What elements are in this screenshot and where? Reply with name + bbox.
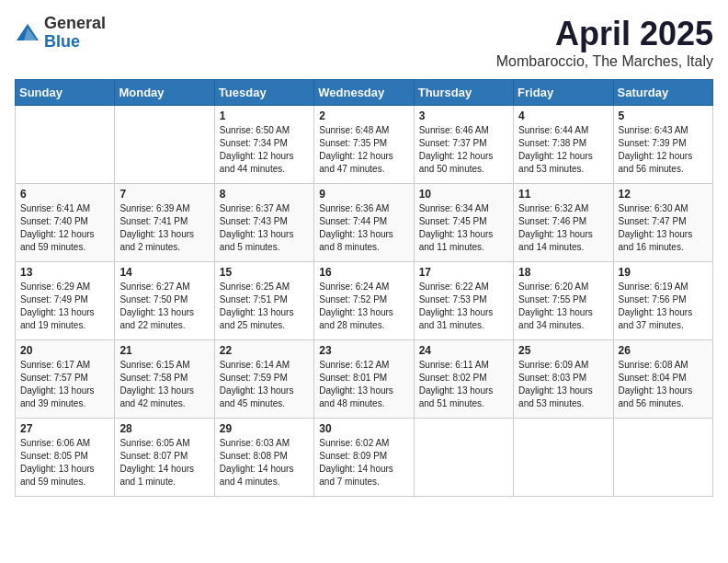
calendar-header-row: SundayMondayTuesdayWednesdayThursdayFrid…: [16, 80, 713, 106]
cell-content: Sunrise: 6:17 AM Sunset: 7:57 PM Dayligh…: [20, 359, 109, 410]
calendar-week-row: 1Sunrise: 6:50 AM Sunset: 7:34 PM Daylig…: [16, 106, 713, 184]
cell-content: Sunrise: 6:50 AM Sunset: 7:34 PM Dayligh…: [220, 124, 309, 176]
calendar-day-header: Monday: [115, 80, 214, 106]
day-number: 11: [518, 188, 608, 201]
calendar-cell: 15Sunrise: 6:25 AM Sunset: 7:51 PM Dayli…: [214, 262, 313, 340]
day-number: 9: [319, 188, 408, 201]
cell-content: Sunrise: 6:34 AM Sunset: 7:45 PM Dayligh…: [419, 202, 508, 254]
calendar-cell: 26Sunrise: 6:08 AM Sunset: 8:04 PM Dayli…: [613, 340, 712, 419]
calendar-cell: 18Sunrise: 6:20 AM Sunset: 7:55 PM Dayli…: [514, 262, 613, 340]
day-number: 14: [119, 266, 209, 279]
logo-general: General: [44, 15, 106, 33]
calendar-cell: 22Sunrise: 6:14 AM Sunset: 7:59 PM Dayli…: [214, 340, 313, 419]
day-number: 7: [119, 188, 209, 201]
calendar-cell: 13Sunrise: 6:29 AM Sunset: 7:49 PM Dayli…: [16, 262, 115, 340]
calendar-day-header: Thursday: [414, 80, 513, 106]
day-number: 12: [619, 188, 708, 201]
calendar-cell: 6Sunrise: 6:41 AM Sunset: 7:40 PM Daylig…: [16, 184, 115, 262]
calendar-cell: 10Sunrise: 6:34 AM Sunset: 7:45 PM Dayli…: [414, 184, 513, 262]
calendar-cell: [613, 419, 712, 497]
calendar-cell: 25Sunrise: 6:09 AM Sunset: 8:03 PM Dayli…: [514, 340, 613, 419]
calendar-day-header: Tuesday: [214, 80, 313, 106]
calendar-cell: 27Sunrise: 6:06 AM Sunset: 8:05 PM Dayli…: [16, 419, 115, 497]
calendar-day-header: Saturday: [613, 80, 712, 106]
cell-content: Sunrise: 6:08 AM Sunset: 8:04 PM Dayligh…: [619, 359, 708, 410]
cell-content: Sunrise: 6:22 AM Sunset: 7:53 PM Dayligh…: [419, 281, 508, 332]
day-number: 25: [518, 344, 608, 357]
calendar-cell: 3Sunrise: 6:46 AM Sunset: 7:37 PM Daylig…: [414, 106, 513, 184]
cell-content: Sunrise: 6:06 AM Sunset: 8:05 PM Dayligh…: [20, 437, 109, 488]
calendar-week-row: 20Sunrise: 6:17 AM Sunset: 7:57 PM Dayli…: [16, 340, 713, 419]
calendar-cell: 16Sunrise: 6:24 AM Sunset: 7:52 PM Dayli…: [314, 262, 414, 340]
day-number: 20: [20, 344, 109, 357]
cell-content: Sunrise: 6:48 AM Sunset: 7:35 PM Dayligh…: [319, 124, 408, 176]
logo-blue: Blue: [44, 33, 106, 52]
calendar-cell: 23Sunrise: 6:12 AM Sunset: 8:01 PM Dayli…: [314, 340, 414, 419]
location-title: Mombaroccio, The Marches, Italy: [496, 53, 713, 70]
calendar-table: SundayMondayTuesdayWednesdayThursdayFrid…: [15, 79, 713, 497]
cell-content: Sunrise: 6:15 AM Sunset: 7:58 PM Dayligh…: [119, 359, 209, 410]
day-number: 16: [319, 266, 408, 279]
calendar-cell: 12Sunrise: 6:30 AM Sunset: 7:47 PM Dayli…: [613, 184, 712, 262]
day-number: 2: [319, 109, 408, 122]
cell-content: Sunrise: 6:24 AM Sunset: 7:52 PM Dayligh…: [319, 281, 408, 332]
calendar-cell: 9Sunrise: 6:36 AM Sunset: 7:44 PM Daylig…: [314, 184, 414, 262]
day-number: 30: [319, 422, 408, 435]
cell-content: Sunrise: 6:02 AM Sunset: 8:09 PM Dayligh…: [319, 437, 408, 488]
day-number: 8: [220, 188, 309, 201]
cell-content: Sunrise: 6:25 AM Sunset: 7:51 PM Dayligh…: [220, 281, 309, 332]
day-number: 23: [319, 344, 408, 357]
cell-content: Sunrise: 6:05 AM Sunset: 8:07 PM Dayligh…: [119, 437, 209, 488]
cell-content: Sunrise: 6:39 AM Sunset: 7:41 PM Dayligh…: [119, 202, 209, 254]
calendar-cell: [16, 106, 115, 184]
cell-content: Sunrise: 6:27 AM Sunset: 7:50 PM Dayligh…: [119, 281, 209, 332]
calendar-week-row: 27Sunrise: 6:06 AM Sunset: 8:05 PM Dayli…: [16, 419, 713, 497]
calendar-cell: [514, 419, 613, 497]
calendar-cell: [115, 106, 214, 184]
calendar-week-row: 13Sunrise: 6:29 AM Sunset: 7:49 PM Dayli…: [16, 262, 713, 340]
cell-content: Sunrise: 6:12 AM Sunset: 8:01 PM Dayligh…: [319, 359, 408, 410]
cell-content: Sunrise: 6:19 AM Sunset: 7:56 PM Dayligh…: [619, 281, 708, 332]
calendar-day-header: Sunday: [16, 80, 115, 106]
calendar-cell: 8Sunrise: 6:37 AM Sunset: 7:43 PM Daylig…: [214, 184, 313, 262]
calendar-cell: 14Sunrise: 6:27 AM Sunset: 7:50 PM Dayli…: [115, 262, 214, 340]
cell-content: Sunrise: 6:14 AM Sunset: 7:59 PM Dayligh…: [220, 359, 309, 410]
cell-content: Sunrise: 6:41 AM Sunset: 7:40 PM Dayligh…: [20, 202, 109, 254]
calendar-cell: 19Sunrise: 6:19 AM Sunset: 7:56 PM Dayli…: [613, 262, 712, 340]
day-number: 19: [619, 266, 708, 279]
day-number: 26: [619, 344, 708, 357]
calendar-cell: 21Sunrise: 6:15 AM Sunset: 7:58 PM Dayli…: [115, 340, 214, 419]
logo: General Blue: [15, 15, 106, 52]
cell-content: Sunrise: 6:46 AM Sunset: 7:37 PM Dayligh…: [419, 124, 508, 176]
day-number: 3: [419, 109, 508, 122]
calendar-cell: 20Sunrise: 6:17 AM Sunset: 7:57 PM Dayli…: [16, 340, 115, 419]
day-number: 27: [20, 422, 109, 435]
calendar-cell: 30Sunrise: 6:02 AM Sunset: 8:09 PM Dayli…: [314, 419, 414, 497]
day-number: 4: [518, 109, 608, 122]
calendar-day-header: Wednesday: [314, 80, 414, 106]
calendar-cell: 5Sunrise: 6:43 AM Sunset: 7:39 PM Daylig…: [613, 106, 712, 184]
calendar-cell: 11Sunrise: 6:32 AM Sunset: 7:46 PM Dayli…: [514, 184, 613, 262]
day-number: 18: [518, 266, 608, 279]
month-title: April 2025: [496, 15, 713, 53]
cell-content: Sunrise: 6:20 AM Sunset: 7:55 PM Dayligh…: [518, 281, 608, 332]
page-header: General Blue April 2025 Mombaroccio, The…: [15, 15, 713, 70]
calendar-day-header: Friday: [514, 80, 613, 106]
calendar-cell: 24Sunrise: 6:11 AM Sunset: 8:02 PM Dayli…: [414, 340, 513, 419]
day-number: 15: [220, 266, 309, 279]
calendar-cell: 28Sunrise: 6:05 AM Sunset: 8:07 PM Dayli…: [115, 419, 214, 497]
day-number: 1: [220, 109, 309, 122]
day-number: 29: [220, 422, 309, 435]
cell-content: Sunrise: 6:30 AM Sunset: 7:47 PM Dayligh…: [619, 202, 708, 254]
cell-content: Sunrise: 6:44 AM Sunset: 7:38 PM Dayligh…: [518, 124, 608, 176]
cell-content: Sunrise: 6:11 AM Sunset: 8:02 PM Dayligh…: [419, 359, 508, 410]
calendar-cell: 2Sunrise: 6:48 AM Sunset: 7:35 PM Daylig…: [314, 106, 414, 184]
cell-content: Sunrise: 6:37 AM Sunset: 7:43 PM Dayligh…: [220, 202, 309, 254]
day-number: 21: [119, 344, 209, 357]
day-number: 28: [119, 422, 209, 435]
day-number: 5: [619, 109, 708, 122]
calendar-cell: 17Sunrise: 6:22 AM Sunset: 7:53 PM Dayli…: [414, 262, 513, 340]
calendar-cell: 4Sunrise: 6:44 AM Sunset: 7:38 PM Daylig…: [514, 106, 613, 184]
cell-content: Sunrise: 6:43 AM Sunset: 7:39 PM Dayligh…: [619, 124, 708, 176]
day-number: 24: [419, 344, 508, 357]
